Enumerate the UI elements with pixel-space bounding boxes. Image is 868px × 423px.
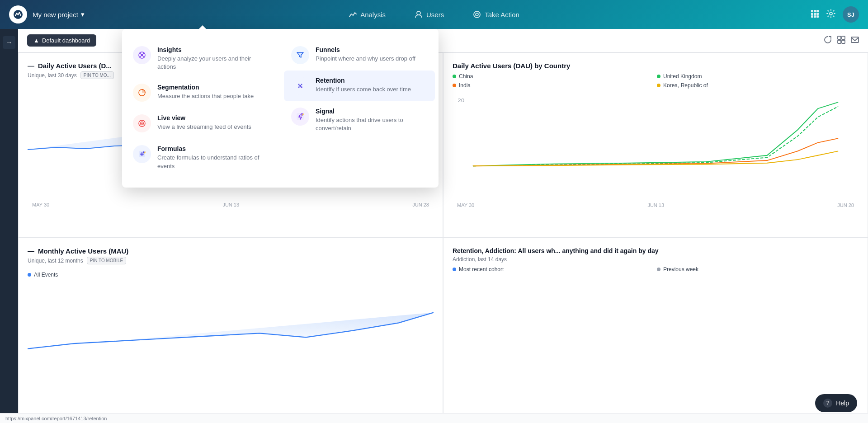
signal-icon: ⚡ <box>291 108 309 126</box>
legend-korea: Korea, Republic of <box>657 82 859 89</box>
menu-item-retention[interactable]: Retention Identify if users come back ov… <box>284 70 435 101</box>
minus-icon-mau: — <box>28 247 34 255</box>
status-bar: https://mixpanel.com/report/1671413/rete… <box>0 413 868 423</box>
nav-take-action[interactable]: Take Action <box>467 7 525 22</box>
formulas-icon: ⚡ <box>133 145 151 163</box>
sidebar-toggle[interactable]: → <box>3 36 15 49</box>
formulas-text: Formulas Create formulas to understand r… <box>157 145 269 170</box>
svg-point-33 <box>299 85 301 87</box>
svg-rect-4 <box>811 10 813 12</box>
take-action-icon <box>473 10 481 19</box>
main-nav: Analysis Users Take Action <box>99 7 769 22</box>
svg-point-24 <box>142 123 143 124</box>
svg-text:⚡: ⚡ <box>143 151 146 154</box>
svg-point-2 <box>474 11 480 18</box>
retention-menu-text: Retention Identify if users come back ov… <box>316 77 411 94</box>
nav-users[interactable]: Users <box>409 7 449 22</box>
settings-icon[interactable] <box>826 9 835 20</box>
pin-badge-dau[interactable]: PIN TO MO... <box>80 71 114 79</box>
dropdown-grid: Insights Deeply analyze your users and t… <box>122 36 439 180</box>
layout-icon[interactable] <box>837 36 845 46</box>
pin-badge-mau[interactable]: PIN TO MOBILE <box>87 257 127 264</box>
retention-icon <box>291 77 309 95</box>
grid-icon[interactable] <box>810 9 819 20</box>
nav-analysis[interactable]: Analysis <box>343 7 391 22</box>
svg-rect-16 <box>838 40 841 43</box>
legend-china: China <box>453 73 654 80</box>
retention-title: Retention, Addiction: All users wh... an… <box>453 247 859 254</box>
menu-item-liveview[interactable]: Live view View a live streaming feed of … <box>126 108 276 139</box>
insights-icon <box>133 46 151 64</box>
legend-uk: United Kingdom <box>657 73 859 80</box>
refresh-icon[interactable] <box>824 36 832 46</box>
legend-india: India <box>453 82 654 89</box>
header-right: SJ <box>769 6 859 23</box>
svg-point-1 <box>417 11 420 15</box>
svg-rect-15 <box>842 36 845 39</box>
mau-card: — Monthly Active Users (MAU) Unique, las… <box>18 238 443 423</box>
segmentation-icon <box>133 84 151 102</box>
country-legend: China United Kingdom India Korea, Republ… <box>453 73 859 89</box>
signal-text: Signal Identify actions that drive users… <box>316 108 428 132</box>
dashboard-icon: ▲ <box>33 37 39 44</box>
legend-recent-cohort: Most recent cohort <box>453 266 654 273</box>
svg-point-36 <box>298 87 299 88</box>
liveview-text: Live view View a live streaming feed of … <box>157 114 251 131</box>
sidebar: → <box>0 29 18 423</box>
menu-item-formulas[interactable]: ⚡ Formulas Create formulas to understand… <box>126 139 276 176</box>
segmentation-text: Segmentation Measure the actions that pe… <box>157 84 254 100</box>
chevron-down-icon: ▾ <box>81 10 85 19</box>
menu-item-funnels[interactable]: Funnels Pinpoint where and why users dro… <box>284 40 435 70</box>
retention-legend: Most recent cohort Previous week <box>453 266 859 273</box>
svg-rect-6 <box>816 10 819 12</box>
insights-text: Insights Deeply analyze your users and t… <box>157 46 269 71</box>
retention-subtitle: Addiction, last 14 days <box>453 256 859 263</box>
dropdown-left: Insights Deeply analyze your users and t… <box>122 36 280 180</box>
svg-text:20: 20 <box>458 98 464 103</box>
svg-point-35 <box>301 84 302 85</box>
app-header: My new project ▾ Analysis Users Take Act… <box>0 0 868 29</box>
svg-rect-8 <box>814 13 816 15</box>
svg-rect-12 <box>816 15 819 18</box>
app-logo[interactable] <box>9 5 27 24</box>
menu-item-insights[interactable]: Insights Deeply analyze your users and t… <box>126 40 276 77</box>
menu-item-signal[interactable]: ⚡ Signal Identify actions that drive use… <box>284 101 435 139</box>
minus-icon: — <box>28 62 34 70</box>
dau-country-card: Daily Active Users (DAU) by Country Chin… <box>443 52 868 238</box>
mau-title: — Monthly Active Users (MAU) <box>28 247 434 255</box>
legend-previous-week: Previous week <box>657 266 859 273</box>
menu-item-segmentation[interactable]: Segmentation Measure the actions that pe… <box>126 77 276 108</box>
dashboard-button[interactable]: ▲ Default dashboard <box>27 34 96 47</box>
svg-rect-18 <box>851 37 859 42</box>
svg-rect-7 <box>811 13 813 15</box>
project-selector[interactable]: My new project ▾ <box>33 10 85 19</box>
email-icon[interactable] <box>851 36 859 46</box>
mau-subtitle: Unique, last 12 months PIN TO MOBILE <box>28 257 434 264</box>
svg-point-3 <box>476 13 478 16</box>
user-avatar[interactable]: SJ <box>843 6 859 23</box>
dropdown-right: Funnels Pinpoint where and why users dro… <box>280 36 439 180</box>
country-dates: MAY 30 JUN 13 JUN 28 <box>453 202 859 208</box>
analysis-dropdown: Insights Deeply analyze your users and t… <box>122 29 439 188</box>
users-icon <box>415 10 423 19</box>
svg-rect-17 <box>842 40 845 43</box>
dau-country-chart: 20 MAY 30 JUN 13 JUN 28 <box>453 96 859 217</box>
sub-header-actions <box>824 36 859 46</box>
dau-dates: MAY 30 JUN 13 JUN 28 <box>28 202 434 207</box>
mau-chart: All Events <box>28 272 434 402</box>
header-left: My new project ▾ <box>9 5 99 24</box>
svg-point-13 <box>830 12 832 15</box>
svg-rect-9 <box>816 13 819 15</box>
svg-rect-5 <box>814 10 816 12</box>
svg-rect-14 <box>838 36 841 39</box>
svg-point-34 <box>298 84 299 85</box>
help-icon: ? <box>823 399 832 408</box>
help-button[interactable]: ? Help <box>815 394 857 412</box>
svg-rect-11 <box>814 15 816 18</box>
svg-rect-10 <box>811 15 813 18</box>
retention-card: Retention, Addiction: All users wh... an… <box>443 238 868 423</box>
dau-country-title: Daily Active Users (DAU) by Country <box>453 62 859 70</box>
liveview-icon <box>133 114 151 132</box>
analysis-icon <box>349 10 357 19</box>
funnels-text: Funnels Pinpoint where and why users dro… <box>316 46 415 63</box>
